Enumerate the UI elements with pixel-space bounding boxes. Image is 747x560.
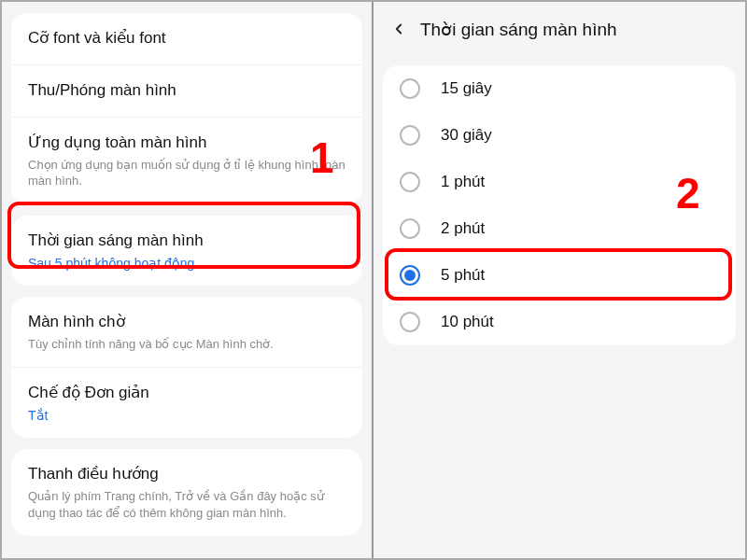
row-title: Màn hình chờ: [28, 312, 345, 333]
back-icon[interactable]: [387, 17, 411, 41]
radio-icon[interactable]: [400, 265, 420, 286]
row-value: Tắt: [28, 408, 345, 423]
row-value: Sau 5 phút không hoạt động: [28, 256, 345, 271]
row-subtitle: Tùy chỉnh tính năng và bố cục Màn hình c…: [28, 336, 345, 353]
row-subtitle: Quản lý phím Trang chính, Trở về và Gần …: [28, 488, 345, 521]
timeout-option[interactable]: 2 phút: [383, 205, 736, 252]
radio-icon[interactable]: [400, 125, 420, 146]
row-title: Ứng dụng toàn màn hình: [28, 133, 345, 154]
option-label: 5 phút: [441, 266, 485, 285]
row-title: Thu/Phóng màn hình: [28, 80, 345, 102]
settings-group-3: Màn hình chờ Tùy chỉnh tính năng và bố c…: [11, 297, 362, 438]
row-navigation-bar[interactable]: Thanh điều hướng Quản lý phím Trang chín…: [11, 449, 362, 536]
row-screen-zoom[interactable]: Thu/Phóng màn hình: [11, 65, 362, 118]
settings-display-pane: Cỡ font và kiểu font Thu/Phóng màn hình …: [2, 2, 374, 558]
row-easy-mode[interactable]: Chế độ Đơn giản Tắt: [11, 368, 362, 438]
radio-icon[interactable]: [400, 172, 420, 192]
timeout-option[interactable]: 15 giây: [383, 65, 736, 112]
radio-icon[interactable]: [400, 78, 420, 99]
page-title: Thời gian sáng màn hình: [420, 19, 617, 40]
row-title: Chế độ Đơn giản: [28, 383, 345, 404]
option-label: 1 phút: [441, 173, 485, 191]
tutorial-split-view: Cỡ font và kiểu font Thu/Phóng màn hình …: [0, 0, 747, 560]
timeout-option[interactable]: 10 phút: [383, 299, 736, 345]
settings-group-1: Cỡ font và kiểu font Thu/Phóng màn hình …: [11, 13, 362, 204]
radio-icon[interactable]: [400, 312, 420, 332]
row-always-on-display[interactable]: Màn hình chờ Tùy chỉnh tính năng và bố c…: [11, 297, 362, 368]
option-label: 30 giây: [441, 126, 492, 145]
radio-icon[interactable]: [400, 218, 420, 239]
option-label: 15 giây: [441, 79, 492, 98]
row-title: Thanh điều hướng: [28, 464, 345, 485]
page-header: Thời gian sáng màn hình: [374, 2, 745, 56]
row-fullscreen-apps[interactable]: Ứng dụng toàn màn hình Chọn ứng dụng bạn…: [11, 118, 362, 204]
timeout-options-group: 15 giây30 giây1 phút2 phút5 phút10 phút: [383, 65, 736, 345]
row-title: Cỡ font và kiểu font: [28, 28, 345, 49]
row-subtitle: Chọn ứng dụng bạn muốn sử dụng ở tỉ lệ k…: [28, 157, 345, 189]
option-label: 10 phút: [441, 313, 494, 331]
row-title: Thời gian sáng màn hình: [28, 231, 345, 252]
option-label: 2 phút: [441, 219, 485, 238]
timeout-option[interactable]: 30 giây: [383, 112, 736, 159]
row-screen-timeout[interactable]: Thời gian sáng màn hình Sau 5 phút không…: [11, 216, 362, 286]
row-font-size-style[interactable]: Cỡ font và kiểu font: [11, 13, 362, 65]
timeout-option[interactable]: 5 phút: [383, 252, 736, 299]
settings-group-2: Thời gian sáng màn hình Sau 5 phút không…: [11, 216, 362, 286]
screen-timeout-pane: Thời gian sáng màn hình 15 giây30 giây1 …: [374, 2, 745, 558]
settings-group-4: Thanh điều hướng Quản lý phím Trang chín…: [11, 449, 362, 536]
timeout-option[interactable]: 1 phút: [383, 159, 736, 205]
